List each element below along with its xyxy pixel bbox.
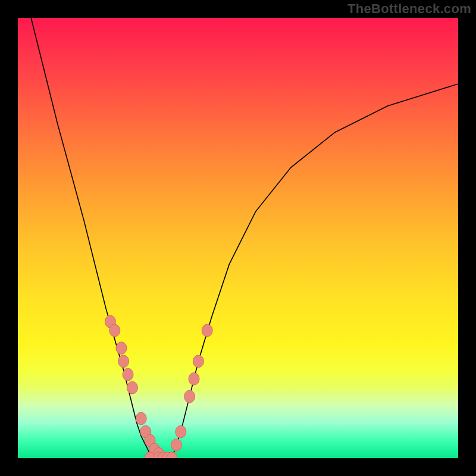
bottom-marker-0 [145,452,155,458]
left-marker-7 [140,425,151,438]
right-marker-3 [189,372,199,385]
left-marker-9 [149,443,159,456]
curve-layer [18,18,458,458]
right-marker-4 [193,355,203,368]
left-marker-6 [136,412,146,425]
right-marker-1 [176,425,186,438]
left-marker-4 [123,368,133,381]
right-marker-2 [184,390,195,403]
plot-area [18,18,458,458]
left-curve [31,18,154,458]
left-marker-0 [105,315,115,328]
right-marker-0 [171,439,181,451]
left-marker-11 [162,452,173,458]
right-marker-5 [202,324,212,337]
chart-stage: TheBottleneck.com [0,0,476,476]
left-marker-5 [127,381,137,394]
bottom-marker-2 [158,452,168,458]
bottom-marker-1 [154,452,164,458]
left-marker-10 [154,447,164,458]
bottom-marker-3 [162,452,173,458]
right-curve [172,84,458,458]
bottom-marker-4 [167,452,177,458]
markers-layer [18,18,458,458]
watermark-text: TheBottleneck.com [347,1,471,17]
data-markers [105,315,212,458]
left-marker-1 [109,324,120,337]
left-marker-8 [145,434,155,447]
left-marker-2 [116,342,127,355]
left-marker-3 [118,355,129,368]
